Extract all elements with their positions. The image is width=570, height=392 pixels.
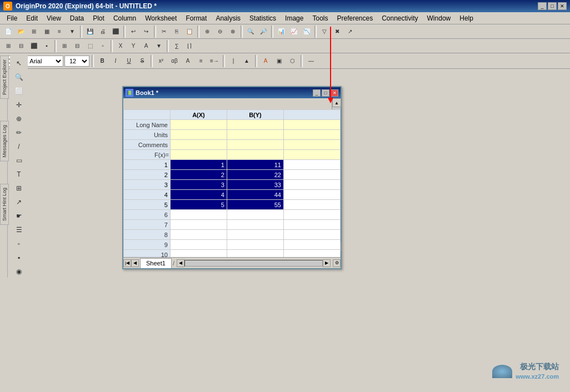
- bg-color-btn[interactable]: ▣: [273, 55, 285, 67]
- tb-btn5[interactable]: ≡: [53, 26, 66, 38]
- group-tool[interactable]: ▪: [11, 251, 27, 264]
- tb-f2[interactable]: ▲: [241, 55, 253, 67]
- cell-6-b[interactable]: [227, 210, 283, 220]
- tb2-btn12[interactable]: ▼: [153, 40, 165, 52]
- book1-close[interactable]: ✕: [331, 89, 338, 97]
- col-a-header[interactable]: A(X): [170, 110, 227, 120]
- cell-1-b[interactable]: 11: [227, 160, 283, 170]
- long-name-c[interactable]: [283, 120, 340, 130]
- hscroll-left[interactable]: ◀: [177, 259, 184, 267]
- tb2-btn10[interactable]: Y: [127, 40, 139, 52]
- superscript-button[interactable]: x²: [155, 55, 167, 67]
- menu-tools[interactable]: Tools: [308, 13, 332, 23]
- text-tool[interactable]: T: [11, 168, 27, 181]
- comments-b[interactable]: [227, 140, 283, 150]
- col-b-header[interactable]: B(Y): [227, 110, 283, 120]
- bold-button[interactable]: B: [96, 55, 108, 67]
- hand-tool[interactable]: ☛: [11, 209, 27, 223]
- hscroll-track[interactable]: [184, 260, 323, 267]
- chart-btn[interactable]: 📊: [275, 26, 287, 38]
- undo-btn[interactable]: ↩: [127, 26, 139, 38]
- menu-image[interactable]: Image: [281, 13, 308, 23]
- cell-7-b[interactable]: [227, 220, 283, 230]
- cell-3-b[interactable]: 33: [227, 180, 283, 190]
- sheet-nav-first[interactable]: |◀: [123, 259, 131, 267]
- fx-b[interactable]: [227, 150, 283, 160]
- menu-worksheet[interactable]: Worksheet: [141, 13, 181, 23]
- cell-4-b[interactable]: 44: [227, 190, 283, 200]
- menu-analysis[interactable]: Analysis: [211, 13, 245, 23]
- menu-view[interactable]: View: [42, 13, 66, 23]
- chart2-btn[interactable]: 📈: [288, 26, 300, 38]
- zoom-tool[interactable]: 🔍: [11, 71, 27, 84]
- cut-btn[interactable]: ✂: [158, 26, 170, 38]
- align-btn[interactable]: ≡: [195, 55, 207, 67]
- menu-window[interactable]: Window: [423, 13, 456, 23]
- long-name-a[interactable]: [170, 120, 227, 130]
- tb-btn4[interactable]: ▦: [41, 26, 53, 38]
- new-btn[interactable]: 📄: [2, 26, 14, 38]
- underline-button[interactable]: U: [123, 55, 135, 67]
- datareader-tool[interactable]: ⊞: [11, 182, 27, 195]
- book1-maximize[interactable]: □: [322, 89, 329, 97]
- project-explorer-tab[interactable]: Project Explorer: [0, 56, 9, 99]
- menu-preferences[interactable]: Preferences: [332, 13, 377, 23]
- move-tool[interactable]: ✛: [11, 98, 27, 112]
- indent-btn[interactable]: ≡→: [208, 55, 221, 67]
- tb-btn6[interactable]: ▼: [66, 26, 78, 38]
- mask-tool[interactable]: ↗: [11, 195, 27, 209]
- book1-minimize[interactable]: _: [313, 89, 321, 97]
- font-size-select[interactable]: 12 10 14: [64, 56, 89, 67]
- font-color-btn[interactable]: A: [182, 55, 194, 67]
- tb-f1[interactable]: |: [227, 55, 239, 67]
- copy-btn[interactable]: ⎘: [171, 26, 183, 38]
- menu-plot[interactable]: Plot: [88, 13, 109, 23]
- draw-tool[interactable]: ✏: [11, 126, 27, 139]
- cell-5-b[interactable]: 55: [227, 200, 283, 210]
- units-c[interactable]: [283, 130, 340, 140]
- zoom-out-btn[interactable]: 🔎: [257, 26, 269, 38]
- subscript-button[interactable]: αβ: [168, 55, 181, 67]
- cell-8-b[interactable]: [227, 230, 283, 240]
- tb2-btn4[interactable]: ▪: [41, 40, 53, 52]
- cell-9-c[interactable]: [283, 240, 340, 250]
- sheet1-tab[interactable]: Sheet1: [140, 258, 172, 268]
- tb2-btn2[interactable]: ⊟: [15, 40, 27, 52]
- strikethrough-button[interactable]: S: [136, 55, 148, 67]
- cell-3-a[interactable]: 3: [170, 180, 227, 190]
- tb-btn15[interactable]: ⊖: [214, 26, 226, 38]
- col-extra[interactable]: [283, 110, 340, 120]
- cell-5-c[interactable]: [283, 200, 340, 210]
- window-controls[interactable]: _ □ ✕: [538, 2, 567, 10]
- close-button[interactable]: ✕: [558, 2, 567, 10]
- region-tool[interactable]: ▭: [11, 154, 27, 167]
- cell-2-a[interactable]: 2: [170, 170, 227, 180]
- color-tool[interactable]: ◉: [11, 265, 27, 278]
- cell-7-a[interactable]: [170, 220, 227, 230]
- italic-button[interactable]: I: [109, 55, 122, 67]
- cell-4-a[interactable]: 4: [170, 190, 227, 200]
- menu-data[interactable]: Data: [66, 13, 88, 23]
- tb2-btn8[interactable]: ▫: [97, 40, 109, 52]
- fill-color-btn[interactable]: A: [259, 55, 272, 67]
- layer-tool[interactable]: ☰: [11, 223, 27, 237]
- cell-2-b[interactable]: 22: [227, 170, 283, 180]
- cell-1-a[interactable]: 1: [170, 160, 227, 170]
- line-draw-tool[interactable]: /: [11, 140, 27, 153]
- tb2-btn13[interactable]: ∑: [171, 40, 183, 52]
- open-btn[interactable]: 📂: [15, 26, 27, 38]
- menu-format[interactable]: Format: [181, 13, 211, 23]
- tb-btn23[interactable]: ↗: [344, 26, 356, 38]
- filter-btn[interactable]: ▽: [318, 26, 331, 38]
- menu-file[interactable]: File: [2, 13, 22, 23]
- tb2-btn6[interactable]: ⊟: [71, 40, 83, 52]
- cell-8-c[interactable]: [283, 230, 340, 240]
- long-name-b[interactable]: [227, 120, 283, 130]
- tb-btn9[interactable]: ⬛: [109, 26, 122, 38]
- print-btn[interactable]: 🖨: [97, 26, 109, 38]
- tb2-btn14[interactable]: ⌊⌉: [183, 40, 196, 52]
- cell-2-c[interactable]: [283, 170, 340, 180]
- maximize-button[interactable]: □: [548, 2, 557, 10]
- rotate-tool[interactable]: ⊕: [11, 112, 27, 125]
- redo-btn[interactable]: ↪: [140, 26, 152, 38]
